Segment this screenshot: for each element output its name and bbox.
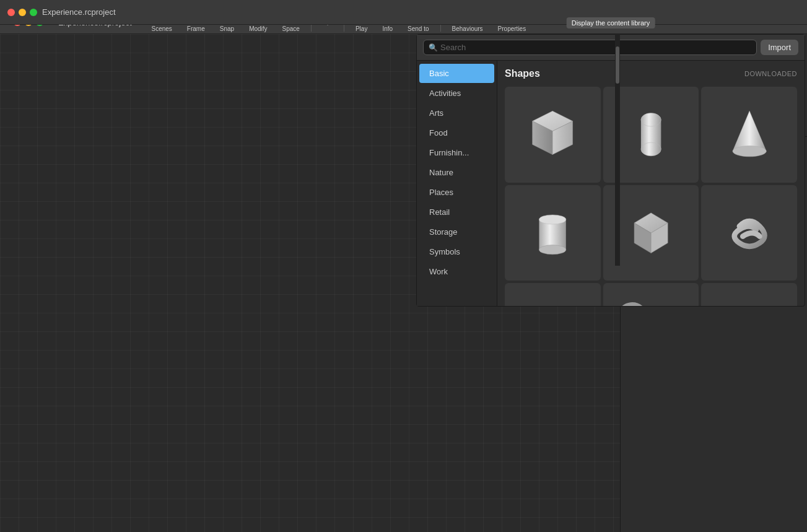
sidebar-item-activities[interactable]: Activities: [419, 84, 494, 103]
toolbar-snap-label: Snap: [220, 25, 234, 32]
sidebar-item-storage[interactable]: Storage: [419, 222, 494, 242]
toolbar-space-label: Space: [282, 25, 300, 32]
search-icon: 🔍: [429, 43, 438, 52]
toolbar-behaviours-label: Behaviours: [452, 25, 483, 32]
sidebar-item-retail[interactable]: Retail: [419, 203, 494, 222]
app-title: Experience.rcproject: [42, 7, 116, 17]
search-input[interactable]: [440, 43, 751, 52]
minimize-button[interactable]: [19, 9, 26, 16]
shapes-header: Shapes DOWNLOADED: [505, 68, 797, 79]
shapes-title: Shapes: [505, 68, 540, 79]
sidebar-item-basic[interactable]: Basic: [419, 64, 494, 83]
search-input-wrap[interactable]: 🔍: [423, 40, 757, 55]
shape-sphere[interactable]: [505, 283, 601, 306]
sidebar-label-food: Food: [429, 128, 448, 137]
fullscreen-button[interactable]: [30, 9, 37, 16]
svg-point-7: [733, 146, 766, 157]
toolbar-send-label: Send to: [408, 25, 429, 32]
import-button[interactable]: Import: [761, 40, 798, 55]
library-sidebar: Basic Activities Arts Food Furnishin... …: [417, 61, 497, 306]
sidebar-label-work: Work: [429, 267, 448, 276]
sidebar-item-work[interactable]: Work: [419, 262, 494, 281]
sidebar-item-places[interactable]: Places: [419, 183, 494, 202]
toolbar-scenes-label: Scenes: [152, 25, 172, 32]
sidebar-item-food[interactable]: Food: [419, 123, 494, 142]
scrollbar[interactable]: [615, 34, 620, 266]
shape-cube[interactable]: [505, 87, 601, 183]
shapes-grid: [505, 87, 797, 306]
svg-point-10: [539, 245, 566, 254]
search-bar: Display the content library 🔍 Import: [417, 35, 805, 61]
close-button[interactable]: [7, 9, 15, 16]
shapes-area: Shapes DOWNLOADED: [497, 61, 805, 306]
toolbar-properties-label: Properties: [498, 25, 526, 32]
content-library: Display the content library 🔍 Import Bas…: [416, 34, 805, 307]
toolbar-frame-label: Frame: [187, 25, 205, 32]
sidebar-label-furnishing: Furnishin...: [429, 148, 469, 157]
sidebar-label-nature: Nature: [429, 168, 453, 177]
toolbar-info-label: Info: [382, 25, 393, 32]
tooltip: Display the content library: [567, 17, 655, 28]
sidebar-label-activities: Activities: [429, 89, 461, 98]
svg-point-4: [641, 113, 661, 127]
sidebar-label-places: Places: [429, 188, 453, 197]
toolbar-play-label: Play: [356, 25, 367, 32]
sidebar-item-symbols[interactable]: Symbols: [419, 242, 494, 261]
sidebar-label-retail: Retail: [429, 207, 450, 217]
shapes-badge: DOWNLOADED: [744, 70, 797, 77]
sidebar-label-storage: Storage: [429, 227, 458, 237]
scrollbar-thumb[interactable]: [616, 46, 619, 84]
svg-point-5: [641, 142, 661, 156]
sidebar-label-arts: Arts: [429, 108, 443, 118]
sidebar-label-basic: Basic: [429, 69, 449, 78]
shape-cylinder[interactable]: [505, 185, 601, 281]
shape-star[interactable]: [701, 283, 797, 306]
library-body: Basic Activities Arts Food Furnishin... …: [417, 61, 805, 306]
svg-marker-6: [733, 111, 766, 151]
traffic-lights: [7, 9, 37, 16]
toolbar-modify-label: Modify: [249, 25, 267, 32]
sidebar-item-nature[interactable]: Nature: [419, 163, 494, 182]
svg-point-9: [539, 215, 566, 224]
shape-cone[interactable]: [701, 87, 797, 183]
sidebar-item-furnishing[interactable]: Furnishin...: [419, 143, 494, 162]
sidebar-item-arts[interactable]: Arts: [419, 103, 494, 123]
shape-spiral[interactable]: [603, 283, 699, 306]
shape-torus-knot[interactable]: [701, 185, 797, 281]
sidebar-label-symbols: Symbols: [429, 247, 460, 256]
titlebar: Experience.rcproject: [0, 0, 807, 25]
